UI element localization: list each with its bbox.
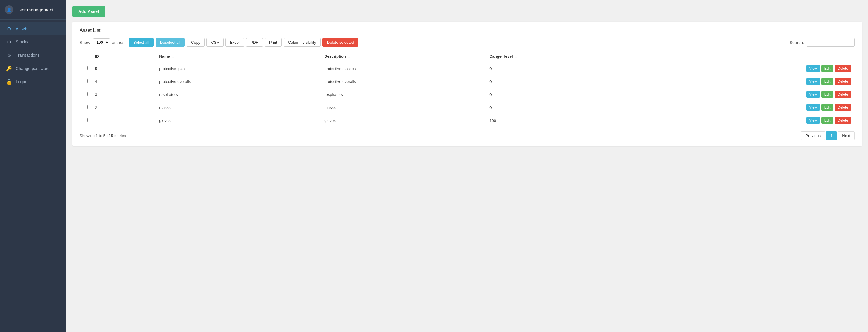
sidebar-item-label: Logout [16, 79, 29, 84]
table-row: 5 protective glasses protective glasses … [80, 62, 855, 75]
row-checkbox-cell [80, 88, 91, 101]
delete-button[interactable]: Delete [835, 65, 851, 72]
main-content: Add Asset Asset List Show 100 25 50 entr… [66, 0, 868, 332]
view-button[interactable]: View [806, 91, 820, 98]
key-icon: 🔑 [6, 65, 12, 72]
row-actions: View Edit Delete [632, 62, 855, 75]
view-button[interactable]: View [806, 104, 820, 111]
user-management-icon: 👤 [5, 5, 13, 14]
delete-button[interactable]: Delete [835, 104, 851, 111]
row-name: protective glasses [156, 62, 321, 75]
row-description: masks [321, 101, 486, 114]
search-label: Search: [789, 40, 804, 45]
edit-button[interactable]: Edit [821, 78, 834, 85]
table-wrapper: ID ↕ Name ↕ Description ↕ Danger level ↕… [80, 51, 855, 127]
sidebar-item-label: Stocks [16, 39, 28, 44]
entries-select[interactable]: 100 25 50 [93, 38, 110, 47]
deselect-all-button[interactable]: Deselect all [156, 38, 185, 47]
select-all-button[interactable]: Select all [129, 38, 154, 47]
page-1-button[interactable]: 1 [826, 131, 837, 140]
table-row: 2 masks masks 0 View Edit Delete [80, 101, 855, 114]
table-row: 4 protective overalls protective overall… [80, 75, 855, 88]
row-name: respirators [156, 88, 321, 101]
sidebar-item-change-password[interactable]: 🔑 Change password [0, 62, 66, 75]
row-checkbox[interactable] [83, 118, 88, 122]
row-checkbox[interactable] [83, 79, 88, 83]
delete-selected-button[interactable]: Delete selected [322, 38, 359, 47]
edit-button[interactable]: Edit [821, 65, 834, 72]
pdf-button[interactable]: PDF [246, 38, 263, 47]
stocks-icon: ⚙ [6, 39, 12, 45]
table-row: 1 gloves gloves 100 View Edit Delete [80, 114, 855, 127]
row-description: respirators [321, 88, 486, 101]
row-id: 3 [91, 88, 156, 101]
sidebar-title: User management [16, 7, 53, 12]
actions-header [632, 51, 855, 62]
edit-button[interactable]: Edit [821, 104, 834, 111]
row-checkbox[interactable] [83, 105, 88, 109]
show-label: Show [80, 40, 90, 45]
row-danger-level: 0 [486, 62, 632, 75]
row-description: gloves [321, 114, 486, 127]
column-visibility-button[interactable]: Column visibility [284, 38, 321, 47]
row-checkbox-cell [80, 75, 91, 88]
previous-button[interactable]: Previous [801, 131, 825, 140]
row-id: 5 [91, 62, 156, 75]
row-actions: View Edit Delete [632, 75, 855, 88]
row-name: protective overalls [156, 75, 321, 88]
delete-button[interactable]: Delete [835, 91, 851, 98]
description-header[interactable]: Description ↕ [321, 51, 486, 62]
danger-sort-icon: ↕ [515, 55, 517, 58]
row-checkbox-cell [80, 114, 91, 127]
row-danger-level: 100 [486, 114, 632, 127]
sidebar-header[interactable]: 👤 User management ‹ [0, 0, 66, 20]
assets-icon: ⚙ [6, 26, 12, 32]
row-id: 4 [91, 75, 156, 88]
table-head: ID ↕ Name ↕ Description ↕ Danger level ↕ [80, 51, 855, 62]
sidebar-item-label: Change password [16, 66, 50, 71]
danger-level-header[interactable]: Danger level ↕ [486, 51, 632, 62]
add-asset-button[interactable]: Add Asset [72, 6, 105, 17]
csv-button[interactable]: CSV [207, 38, 224, 47]
sidebar-item-label: Transactions [16, 53, 40, 58]
row-name: masks [156, 101, 321, 114]
row-actions: View Edit Delete [632, 101, 855, 114]
edit-button[interactable]: Edit [821, 117, 834, 124]
sidebar-item-assets[interactable]: ⚙ Assets [0, 22, 66, 35]
view-button[interactable]: View [806, 117, 820, 124]
row-description: protective overalls [321, 75, 486, 88]
view-button[interactable]: View [806, 65, 820, 72]
row-id: 2 [91, 101, 156, 114]
row-checkbox-cell [80, 62, 91, 75]
delete-button[interactable]: Delete [835, 78, 851, 85]
sidebar-nav: ⚙ Assets ⚙ Stocks ⚙ Transactions 🔑 Chang… [0, 20, 66, 91]
name-header[interactable]: Name ↕ [156, 51, 321, 62]
pagination: Previous 1 Next [801, 131, 855, 140]
logout-icon: 🔓 [6, 79, 12, 85]
sidebar-item-stocks[interactable]: ⚙ Stocks [0, 35, 66, 49]
sidebar-item-transactions[interactable]: ⚙ Transactions [0, 49, 66, 62]
search-container: Search: [789, 38, 855, 47]
name-sort-icon: ↕ [172, 55, 174, 58]
edit-button[interactable]: Edit [821, 91, 834, 98]
row-checkbox[interactable] [83, 92, 88, 96]
sidebar-item-logout[interactable]: 🔓 Logout [0, 75, 66, 88]
excel-button[interactable]: Excel [225, 38, 244, 47]
showing-text: Showing 1 to 5 of 5 entries [80, 133, 126, 138]
row-checkbox[interactable] [83, 66, 88, 70]
asset-table: ID ↕ Name ↕ Description ↕ Danger level ↕… [80, 51, 855, 127]
transactions-icon: ⚙ [6, 52, 12, 58]
delete-button[interactable]: Delete [835, 117, 851, 124]
table-body: 5 protective glasses protective glasses … [80, 62, 855, 127]
description-sort-icon: ↕ [348, 55, 350, 58]
next-button[interactable]: Next [838, 131, 855, 140]
row-checkbox-cell [80, 101, 91, 114]
search-input[interactable] [807, 38, 855, 47]
id-header[interactable]: ID ↕ [91, 51, 156, 62]
copy-button[interactable]: Copy [187, 38, 205, 47]
print-button[interactable]: Print [265, 38, 282, 47]
checkbox-header [80, 51, 91, 62]
asset-list-card: Asset List Show 100 25 50 entries Select… [72, 22, 862, 146]
entries-label: entries [112, 40, 124, 45]
view-button[interactable]: View [806, 78, 820, 85]
